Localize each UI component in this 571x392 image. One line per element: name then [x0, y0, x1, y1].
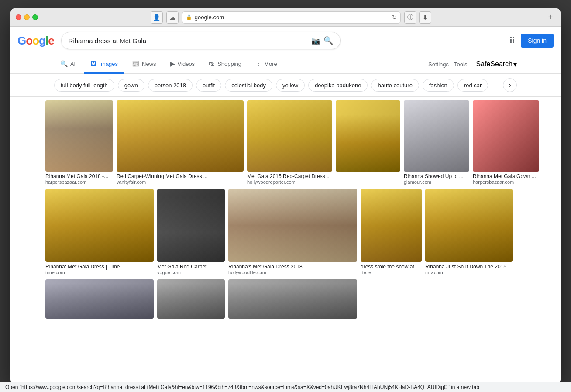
image-source-8: vogue.com: [157, 270, 225, 275]
image-grid: Rihanna Met Gala 2018 -... harpersbazaar…: [10, 97, 561, 329]
tab-videos[interactable]: ▶ Videos: [164, 55, 201, 74]
chip-person-2018[interactable]: person 2018: [148, 79, 193, 92]
tab-images[interactable]: 🖼 Images: [84, 55, 124, 74]
image-title-6: Rihanna Met Gala Gown ...: [473, 173, 539, 179]
image-item-12[interactable]: [45, 279, 154, 319]
chip-deepika[interactable]: deepika padukone: [308, 79, 368, 92]
tab-more[interactable]: ⋮ More: [249, 55, 283, 74]
image-item-10[interactable]: dress stole the show at... rte.ie: [361, 189, 422, 276]
chip-celestial-body[interactable]: celestial body: [225, 79, 272, 92]
image-item-3[interactable]: Met Gala 2015 Red-Carpet Dress ... holly…: [247, 100, 332, 186]
image-source-7: time.com: [45, 270, 154, 275]
image-caption-5: Rihanna Showed Up to ... glamour.com: [404, 172, 469, 186]
address-text: google.com: [195, 14, 390, 21]
tab-videos-label: Videos: [178, 61, 195, 67]
chevron-down-icon: ▾: [513, 60, 517, 69]
image-item-2[interactable]: Red Carpet-Winning Met Gala Dress ... va…: [117, 100, 244, 186]
sign-in-button[interactable]: Sign in: [521, 34, 554, 48]
logo-o2: o: [32, 34, 39, 47]
image-item-7[interactable]: Rihanna: Met Gala Dress | Time time.com: [45, 189, 154, 276]
logo-o1: o: [26, 34, 32, 47]
image-source-2: vanityfair.com: [117, 179, 244, 185]
chip-full-body[interactable]: full body full length: [54, 79, 114, 92]
tab-all-label: All: [70, 61, 76, 67]
image-source-10: rte.ie: [361, 270, 422, 275]
image-item-11[interactable]: Rihanna Just Shut Down The 2015... mtv.c…: [425, 189, 513, 276]
search-box[interactable]: 📷 🔍: [61, 32, 341, 49]
images-icon: 🖼: [90, 60, 96, 67]
maximize-button[interactable]: [32, 14, 38, 20]
image-item-14[interactable]: [228, 279, 357, 319]
image-item-4[interactable]: [336, 100, 400, 172]
search-icon[interactable]: 🔍: [323, 36, 333, 45]
close-button[interactable]: [16, 14, 21, 20]
shopping-icon: 🛍: [209, 60, 215, 67]
image-source-5: glamour.com: [404, 179, 469, 185]
image-title-5: Rihanna Showed Up to ...: [404, 173, 469, 179]
title-bar: 👤 ☁ 🔒 google.com ↻ ⓘ ⬇ +: [10, 8, 561, 27]
image-title-3: Met Gala 2015 Red-Carpet Dress ...: [247, 173, 332, 179]
tab-more-label: More: [264, 61, 277, 67]
image-item-9[interactable]: Rihanna's Met Gala Dress 2018 ... hollyw…: [228, 189, 357, 276]
status-bar: Open "https://www.google.com/search?q=Ri…: [10, 382, 561, 384]
all-icon: 🔍: [60, 60, 68, 67]
google-header: Google 📷 🔍 ⠿ Sign in: [10, 27, 561, 55]
tb-icon-left[interactable]: 👤: [151, 11, 163, 24]
safe-search-button[interactable]: SafeSearch ▾: [476, 60, 517, 69]
image-item-8[interactable]: Met Gala Red Carpet ... vogue.com: [157, 189, 225, 276]
tab-images-label: Images: [99, 61, 118, 67]
image-item-13[interactable]: [157, 279, 225, 319]
tab-shopping[interactable]: 🛍 Shopping: [203, 55, 248, 74]
image-caption-6: Rihanna Met Gala Gown ... harpersbazaar.…: [473, 172, 539, 186]
image-title-1: Rihanna Met Gala 2018 -...: [45, 173, 113, 179]
tab-news[interactable]: 📰 News: [126, 55, 162, 74]
chip-outfit[interactable]: outfit: [196, 79, 221, 92]
new-tab-button[interactable]: +: [546, 13, 555, 22]
apps-icon[interactable]: ⠿: [509, 35, 516, 46]
image-row-2: Rihanna: Met Gala Dress | Time time.com …: [45, 189, 526, 276]
logo-g: G: [17, 34, 26, 47]
minimize-button[interactable]: [24, 14, 30, 20]
search-input[interactable]: [69, 37, 308, 45]
settings-link[interactable]: Settings: [428, 61, 449, 68]
filter-chips: full body full length gown person 2018 o…: [10, 74, 561, 97]
image-title-10: dress stole the show at...: [361, 264, 422, 270]
image-caption-11: Rihanna Just Shut Down The 2015... mtv.c…: [425, 262, 513, 276]
logo-e: e: [48, 34, 54, 47]
info-button[interactable]: ⓘ: [404, 11, 416, 24]
tb-cloud-btn[interactable]: ☁: [166, 11, 179, 24]
download-button[interactable]: ⬇: [419, 11, 431, 24]
tools-link[interactable]: Tools: [454, 61, 467, 68]
image-caption-10: dress stole the show at... rte.ie: [361, 262, 422, 276]
ghost-icon: 👤: [153, 14, 160, 21]
image-item-6[interactable]: Rihanna Met Gala Gown ... harpersbazaar.…: [473, 100, 539, 186]
address-bar[interactable]: 🔒 google.com ↻: [182, 11, 401, 24]
chip-fashion[interactable]: fashion: [423, 79, 454, 92]
image-source-1: harpersbazaar.com: [45, 179, 113, 185]
camera-search-icon[interactable]: 📷: [311, 37, 320, 45]
chip-yellow[interactable]: yellow: [276, 79, 305, 92]
image-title-9: Rihanna's Met Gala Dress 2018 ...: [228, 264, 357, 270]
image-title-2: Red Carpet-Winning Met Gala Dress ...: [117, 173, 244, 179]
image-caption-3: Met Gala 2015 Red-Carpet Dress ... holly…: [247, 172, 332, 186]
chip-haute-couture[interactable]: haute couture: [371, 79, 419, 92]
reload-button[interactable]: ↻: [392, 14, 397, 21]
image-item-1[interactable]: Rihanna Met Gala 2018 -... harpersbazaar…: [45, 100, 113, 186]
header-right: ⠿ Sign in: [509, 34, 554, 48]
image-caption-8: Met Gala Red Carpet ... vogue.com: [157, 262, 225, 276]
chip-gown[interactable]: gown: [118, 79, 144, 92]
google-logo[interactable]: Google: [17, 34, 54, 48]
image-row-3: [45, 279, 526, 319]
chip-red-car[interactable]: red car: [457, 79, 488, 92]
chips-next-arrow[interactable]: ›: [503, 78, 517, 92]
image-row-1: Rihanna Met Gala 2018 -... harpersbazaar…: [45, 100, 526, 186]
image-caption-1: Rihanna Met Gala 2018 -... harpersbazaar…: [45, 172, 113, 186]
image-title-11: Rihanna Just Shut Down The 2015...: [425, 264, 513, 270]
tab-news-label: News: [142, 61, 156, 67]
logo-g2: g: [39, 34, 45, 47]
nav-tabs: 🔍 All 🖼 Images 📰 News ▶ Videos 🛍 Shoppin…: [10, 55, 561, 74]
download-icon: ⬇: [423, 14, 428, 21]
traffic-lights: [16, 14, 38, 20]
tab-all[interactable]: 🔍 All: [54, 55, 83, 74]
image-item-5[interactable]: Rihanna Showed Up to ... glamour.com: [404, 100, 469, 186]
